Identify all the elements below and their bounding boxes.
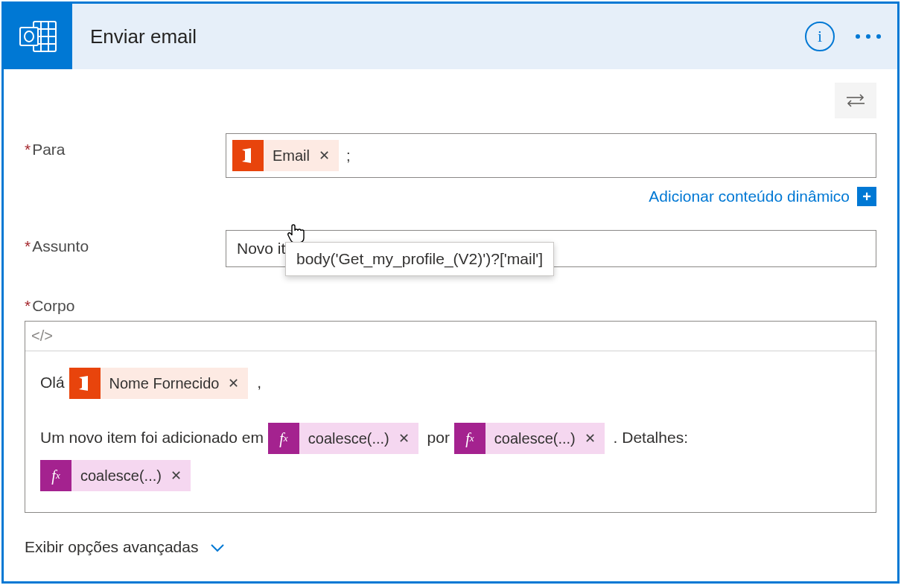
fx-icon: fx bbox=[454, 423, 485, 454]
close-icon[interactable]: ✕ bbox=[317, 147, 339, 164]
editor-toolbar: </> bbox=[25, 322, 876, 351]
coalesce-label: coalesce(...) bbox=[71, 460, 169, 491]
name-token[interactable]: Nome Fornecido ✕ bbox=[69, 368, 249, 399]
info-icon[interactable]: i bbox=[805, 22, 835, 51]
coalesce-token-2[interactable]: fx coalesce(...) ✕ bbox=[454, 423, 605, 454]
chevron-down-icon bbox=[210, 538, 225, 556]
coalesce-label: coalesce(...) bbox=[485, 423, 583, 454]
add-dynamic-link[interactable]: Adicionar conteúdo dinâmico bbox=[649, 188, 850, 205]
card-header: Enviar email i bbox=[4, 4, 897, 69]
to-input[interactable]: Email ✕ ; bbox=[226, 133, 876, 178]
plus-icon[interactable]: + bbox=[857, 187, 876, 206]
coalesce-token-3[interactable]: fx coalesce(...) ✕ bbox=[40, 460, 191, 491]
close-icon[interactable]: ✕ bbox=[397, 423, 418, 454]
to-label: *Para bbox=[25, 133, 226, 159]
card-title: Enviar email bbox=[72, 25, 805, 48]
close-icon[interactable]: ✕ bbox=[583, 423, 605, 454]
dynamic-content-row: Adicionar conteúdo dinâmico + bbox=[25, 187, 876, 206]
text-por: por bbox=[427, 429, 450, 446]
card-body: *Para Email ✕ ; body('Get_my_profile_(V2… bbox=[4, 69, 897, 581]
name-token-label: Nome Fornecido bbox=[101, 368, 227, 399]
advanced-options[interactable]: Exibir opções avançadas bbox=[25, 538, 876, 556]
expression-tooltip: body('Get_my_profile_(V2)')?['mail'] bbox=[285, 242, 554, 276]
coalesce-label: coalesce(...) bbox=[299, 423, 397, 454]
close-icon[interactable]: ✕ bbox=[169, 460, 191, 491]
fx-icon: fx bbox=[40, 460, 71, 491]
svg-rect-6 bbox=[20, 28, 38, 45]
outlook-icon bbox=[4, 4, 72, 69]
text-greeting: Olá bbox=[40, 374, 65, 391]
email-token[interactable]: Email ✕ bbox=[232, 140, 339, 171]
office-icon bbox=[232, 140, 264, 171]
more-icon[interactable] bbox=[856, 34, 881, 39]
editor-content[interactable]: Olá Nome Fornecido ✕ , Um novo item foi … bbox=[25, 351, 876, 512]
to-separator: ; bbox=[346, 147, 351, 164]
office-icon bbox=[69, 368, 101, 399]
code-view-button[interactable]: </> bbox=[31, 327, 53, 345]
advanced-label: Exibir opções avançadas bbox=[25, 538, 198, 556]
body-label: *Corpo bbox=[25, 297, 876, 315]
fx-icon: fx bbox=[268, 423, 299, 454]
body-editor: </> Olá Nome Fornecido ✕ , Um nov bbox=[25, 321, 876, 513]
email-token-label: Email bbox=[264, 147, 317, 164]
text-detalhes: . Detalhes: bbox=[614, 429, 688, 446]
text-comma: , bbox=[257, 374, 261, 391]
text-line2: Um novo item foi adicionado em bbox=[40, 429, 264, 446]
close-icon[interactable]: ✕ bbox=[226, 368, 248, 399]
swap-button[interactable] bbox=[835, 83, 876, 118]
subject-label: *Assunto bbox=[25, 230, 226, 255]
action-card: Enviar email i *Para Email ✕ bbox=[1, 1, 900, 584]
coalesce-token-1[interactable]: fx coalesce(...) ✕ bbox=[268, 423, 418, 454]
to-field-row: *Para Email ✕ ; bbox=[25, 133, 876, 178]
